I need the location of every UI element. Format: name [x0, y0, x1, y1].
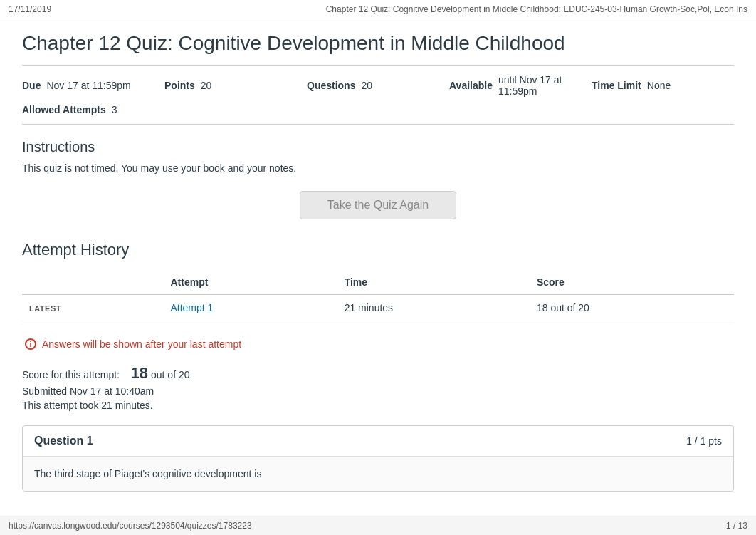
attempt-time: 21 minutes — [337, 294, 530, 321]
quiz-meta-time-limit: Time Limit None — [592, 73, 734, 98]
top-bar: 17/11/2019 Chapter 12 Quiz: Cognitive De… — [0, 0, 756, 19]
attempt-score: 18 out of 20 — [530, 294, 734, 321]
question-label: Question 1 — [34, 435, 93, 447]
question-header: Question 1 1 / 1 pts — [23, 426, 733, 457]
bottom-bar: https://canvas.longwood.edu/courses/1293… — [0, 516, 756, 520]
quiz-meta-row-2: Allowed Attempts 3 — [22, 103, 734, 117]
question-body: The third stage of Piaget's cognitive de… — [23, 457, 733, 491]
question-text: The third stage of Piaget's cognitive de… — [34, 468, 261, 479]
allowed-attempts-label: Allowed Attempts — [22, 104, 106, 115]
question-pts: 1 / 1 pts — [686, 435, 722, 447]
col-header-attempt: Attempt — [163, 271, 337, 294]
attempt-link-cell[interactable]: Attempt 1 — [163, 294, 337, 321]
instructions-text: This quiz is not timed. You may use your… — [22, 162, 734, 174]
quiz-title: Chapter 12 Quiz: Cognitive Development i… — [22, 32, 734, 55]
questions-label: Questions — [307, 80, 355, 91]
score-suffix: out of 20 — [151, 369, 190, 380]
attempt-1-link[interactable]: Attempt 1 — [170, 302, 213, 313]
attempt-history-title: Attempt History — [22, 241, 734, 259]
quiz-meta: Due Nov 17 at 11:59pm Points 20 Question… — [22, 65, 734, 125]
quiz-meta-points: Points 20 — [164, 73, 307, 98]
answers-notice-text: Answers will be shown after your last at… — [42, 338, 241, 350]
score-label: Score for this attempt: — [22, 369, 120, 380]
col-header-time: Time — [337, 271, 530, 294]
question-card: Question 1 1 / 1 pts The third stage of … — [22, 425, 734, 492]
score-number: 18 — [131, 364, 148, 383]
available-value: until Nov 17 at 11:59pm — [498, 74, 592, 97]
instructions-title: Instructions — [22, 139, 734, 155]
questions-value: 20 — [361, 80, 372, 91]
score-display: 18 out of 20 — [131, 364, 190, 383]
answers-notice: i Answers will be shown after your last … — [22, 338, 734, 350]
quiz-meta-row-1: Due Nov 17 at 11:59pm Points 20 Question… — [22, 73, 734, 98]
points-label: Points — [164, 80, 195, 91]
page-content: Chapter 12 Quiz: Cognitive Development i… — [8, 32, 748, 520]
quiz-meta-allowed-attempts: Allowed Attempts 3 — [22, 103, 164, 117]
available-label: Available — [449, 80, 493, 91]
due-label: Due — [22, 80, 41, 91]
col-header-score: Score — [530, 271, 734, 294]
col-header-badge — [22, 271, 163, 294]
latest-badge: LATEST — [22, 294, 163, 321]
top-bar-date: 17/11/2019 — [9, 4, 51, 14]
take-quiz-button[interactable]: Take the Quiz Again — [300, 191, 456, 219]
notice-icon: i — [25, 338, 36, 350]
duration-line: This attempt took 21 minutes. — [22, 400, 734, 411]
score-for-attempt: Score for this attempt: 18 out of 20 — [22, 364, 734, 383]
quiz-meta-due: Due Nov 17 at 11:59pm — [22, 73, 164, 98]
top-bar-breadcrumb: Chapter 12 Quiz: Cognitive Development i… — [326, 4, 747, 14]
points-value: 20 — [201, 80, 212, 91]
time-limit-label: Time Limit — [592, 80, 641, 91]
score-section: Score for this attempt: 18 out of 20 Sub… — [22, 364, 734, 411]
due-value: Nov 17 at 11:59pm — [46, 80, 130, 91]
table-row: LATEST Attempt 1 21 minutes 18 out of 20 — [22, 294, 734, 321]
submitted-line: Submitted Nov 17 at 10:40am — [22, 385, 734, 397]
time-limit-value: None — [647, 80, 671, 91]
quiz-meta-questions: Questions 20 — [307, 73, 449, 98]
attempt-history-table: Attempt Time Score LATEST Attempt 1 21 m… — [22, 271, 734, 321]
allowed-attempts-value: 3 — [112, 104, 117, 115]
quiz-meta-available: Available until Nov 17 at 11:59pm — [449, 73, 592, 98]
